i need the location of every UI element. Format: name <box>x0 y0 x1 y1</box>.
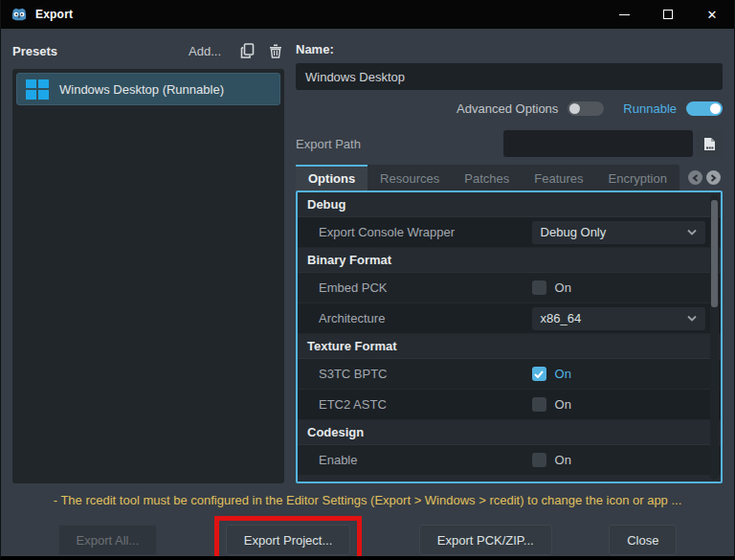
option-label: Export Console Wrapper <box>319 225 455 239</box>
tab-bar: OptionsResourcesPatchesFeaturesEncryptio… <box>296 165 723 190</box>
option-label: Embed PCK <box>319 280 388 295</box>
tab-scroll-right-button[interactable] <box>706 170 721 185</box>
tab-label: Resources <box>380 171 439 186</box>
presets-panel: Presets Add... <box>12 38 284 483</box>
warning-row: - The rcedit tool must be configured in … <box>1 487 734 512</box>
toggles-row: Advanced Options Runnable <box>296 94 723 123</box>
options-section-texture-format: Texture Format <box>298 334 721 359</box>
enable-checkbox[interactable] <box>532 453 546 467</box>
tab-label: Encryption <box>609 171 667 186</box>
export-pck-zip-button[interactable]: Export PCK/ZIP... <box>419 525 552 555</box>
option-value-cell: On <box>532 397 721 412</box>
checkbox-on-label: On <box>555 453 571 467</box>
name-input[interactable]: Windows Desktop <box>296 63 723 90</box>
file-icon <box>703 137 716 151</box>
duplicate-preset-button[interactable] <box>238 42 256 59</box>
presets-header: Presets Add... <box>12 38 284 63</box>
tab-options[interactable]: Options <box>296 165 368 190</box>
option-row-enable: EnableOn <box>298 445 721 476</box>
add-preset-button[interactable]: Add... <box>189 44 221 58</box>
tab-encryption[interactable]: Encryption <box>596 165 679 190</box>
name-input-value: Windows Desktop <box>305 70 405 84</box>
maximize-button[interactable] <box>646 0 690 29</box>
titlebar: Export ✕ <box>1 0 734 29</box>
section-label: Codesign <box>307 425 364 439</box>
tab-label: Features <box>534 171 583 186</box>
delete-preset-button[interactable] <box>267 42 284 59</box>
button-label: Export Project... <box>244 533 332 548</box>
etc2-astc-checkbox[interactable] <box>532 397 546 412</box>
option-label: Enable <box>319 453 357 467</box>
export-console-wrapper-dropdown[interactable]: Debug Only <box>532 221 705 244</box>
button-label: Export PCK/ZIP... <box>437 533 534 548</box>
option-value-cell: x86_64 <box>532 307 721 330</box>
chevron-right-icon <box>710 174 717 182</box>
godot-icon <box>11 7 28 22</box>
dropdown-value: x86_64 <box>541 311 582 325</box>
chevron-left-icon <box>692 174 699 182</box>
runnable-label: Runnable <box>623 101 677 116</box>
checkbox-on-label: On <box>555 280 571 295</box>
tab-resources[interactable]: Resources <box>368 165 452 190</box>
tab-patches[interactable]: Patches <box>452 165 522 190</box>
dropdown-value: Debug Only <box>541 225 607 239</box>
s3tc-bptc-checkbox[interactable] <box>532 367 546 381</box>
button-label: Export All... <box>77 533 140 548</box>
export-dialog-window: Export ✕ Presets Add... <box>0 0 735 560</box>
architecture-dropdown[interactable]: x86_64 <box>532 307 705 330</box>
preset-item-windows-desktop-runnable[interactable]: Windows Desktop (Runnable) <box>16 73 280 105</box>
option-value-cell: On <box>532 280 721 295</box>
toggle-knob <box>569 103 580 114</box>
export-all-button: Export All... <box>58 525 158 555</box>
options-section-codesign: Codesign <box>298 420 721 445</box>
tab-scroll-left-button[interactable] <box>688 170 702 185</box>
check-icon <box>534 370 544 378</box>
section-label: Application <box>307 481 375 483</box>
tab-features[interactable]: Features <box>522 165 595 190</box>
checkbox-on-label: On <box>555 397 571 412</box>
section-label: Binary Format <box>307 253 391 267</box>
advanced-options-toggle[interactable] <box>568 101 604 116</box>
options-section-binary-format: Binary Format <box>298 248 721 273</box>
preset-list: Windows Desktop (Runnable) <box>12 69 284 483</box>
close-button[interactable]: ✕ <box>690 0 734 29</box>
annotation-red-box: Export Project... <box>214 516 362 560</box>
minimize-button[interactable] <box>602 0 646 29</box>
export-path-browse-button[interactable] <box>696 130 723 157</box>
checkbox-on-label: On <box>555 367 571 381</box>
export-path-input[interactable] <box>503 130 693 157</box>
options-scroll-panel: DebugExport Console WrapperDebug OnlyBin… <box>296 190 723 483</box>
option-row-architecture: Architecturex86_64 <box>298 303 721 334</box>
embed-pck-checkbox[interactable] <box>532 280 546 295</box>
chevron-down-icon <box>687 315 697 322</box>
advanced-options-label: Advanced Options <box>457 101 558 116</box>
section-label: Debug <box>307 197 345 212</box>
close-button[interactable]: Close <box>609 525 677 555</box>
trash-icon <box>269 44 282 58</box>
copy-icon <box>240 43 255 58</box>
export-project-button[interactable]: Export Project... <box>226 525 350 555</box>
options-rows: DebugExport Console WrapperDebug OnlyBin… <box>298 192 721 483</box>
footer-buttons: Export All...Export Project...Export PCK… <box>1 512 734 560</box>
export-settings-panel: Name: Windows Desktop Advanced Options R… <box>296 38 723 483</box>
window-title: Export <box>35 8 73 21</box>
export-path-label: Export Path <box>296 137 503 151</box>
presets-title: Presets <box>12 44 57 58</box>
warning-text: - The rcedit tool must be configured in … <box>54 493 682 507</box>
scrollbar-track[interactable] <box>710 194 719 480</box>
scrollbar-thumb[interactable] <box>711 200 718 307</box>
tab-scroll-arrows <box>688 165 723 190</box>
preset-item-label: Windows Desktop (Runnable) <box>59 82 224 97</box>
minimize-icon <box>619 14 630 15</box>
dialog-body: Presets Add... <box>1 29 734 483</box>
tab-label: Options <box>308 171 355 186</box>
option-label: Architecture <box>319 311 385 325</box>
option-value-cell: On <box>532 367 721 381</box>
options-section-debug: Debug <box>298 192 721 217</box>
option-value-cell: Debug Only <box>532 221 721 244</box>
option-row-etc2-astc: ETC2 ASTCOn <box>298 390 721 420</box>
section-label: Texture Format <box>307 339 397 353</box>
tab-label: Patches <box>464 171 509 186</box>
runnable-toggle[interactable] <box>686 101 723 116</box>
name-label: Name: <box>296 38 723 59</box>
